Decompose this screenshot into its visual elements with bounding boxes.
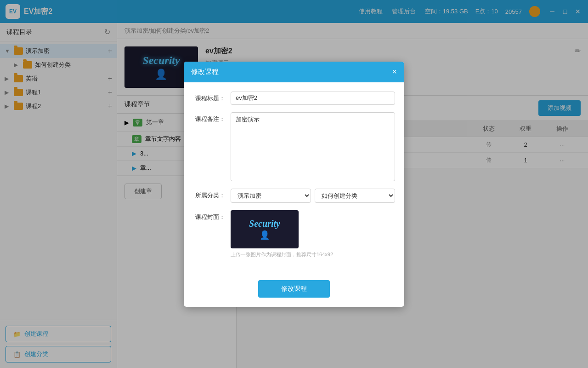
- cover-label: 课程封面：: [193, 210, 225, 221]
- form-row-note: 课程备注： 加密演示: [193, 112, 395, 181]
- course-note-textarea[interactable]: 加密演示: [231, 112, 395, 181]
- submit-button[interactable]: 修改课程: [258, 280, 330, 298]
- modal-title: 修改课程: [191, 68, 219, 76]
- category-select-1[interactable]: 演示加密: [231, 189, 311, 203]
- category-label: 所属分类：: [193, 189, 225, 200]
- modal-close-button[interactable]: ×: [392, 67, 397, 77]
- course-note-label: 课程备注：: [193, 112, 225, 123]
- course-cover: Security 👤 上传一张图片作为课程封面，推荐尺寸164x92: [231, 210, 395, 258]
- course-title-label: 课程标题：: [193, 92, 225, 103]
- cover-thumbnail[interactable]: Security 👤: [231, 210, 299, 248]
- course-title-input[interactable]: [231, 92, 395, 105]
- cover-thumbnail-text: Security: [249, 218, 280, 229]
- category-selects: 演示加密 如何创建分类: [231, 189, 395, 203]
- category-select-2[interactable]: 如何创建分类: [315, 189, 395, 203]
- modal-header: 修改课程 ×: [184, 62, 404, 82]
- edit-course-modal: 修改课程 × 课程标题： 课程备注： 加密演示 所属分类： 演示加密: [184, 62, 404, 307]
- modal-footer: 修改课程: [184, 275, 404, 307]
- form-row-title: 课程标题：: [193, 92, 395, 105]
- cover-hint: 上传一张图片作为课程封面，推荐尺寸164x92: [231, 251, 395, 258]
- form-row-cover: 课程封面： Security 👤 上传一张图片作为课程封面，推荐尺寸164x92: [193, 210, 395, 258]
- modal-overlay[interactable]: 修改课程 × 课程标题： 课程备注： 加密演示 所属分类： 演示加密: [0, 0, 588, 368]
- modal-body: 课程标题： 课程备注： 加密演示 所属分类： 演示加密 如何创建分类: [184, 82, 404, 275]
- form-row-category: 所属分类： 演示加密 如何创建分类: [193, 189, 395, 203]
